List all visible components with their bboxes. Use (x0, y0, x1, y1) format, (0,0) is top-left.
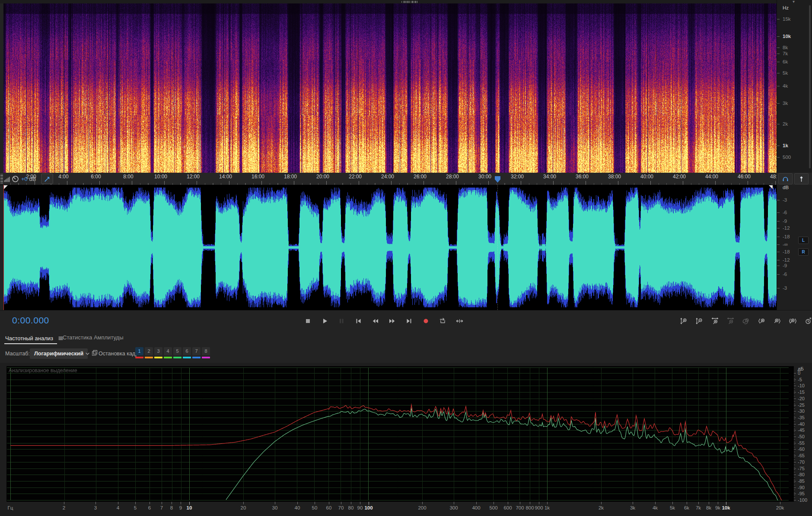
timeline-label: 16:00 (246, 174, 270, 180)
decibel-axis-label: -5 (798, 377, 802, 382)
scrub-button[interactable] (453, 314, 465, 328)
decibel-axis-tick (794, 456, 796, 456)
vertical-zoom-scrollbar[interactable] (809, 5, 811, 168)
decibel-axis-tick (794, 380, 796, 380)
channel-button-r[interactable]: R (798, 248, 809, 256)
hold-button-6[interactable]: 6 (183, 347, 191, 358)
frequency-axis-tick (329, 502, 329, 504)
amplitude-unit-label: dB (783, 185, 789, 190)
skip-start-button[interactable] (352, 314, 364, 328)
frequency-analysis-panel: Анализированое выделение Гц2345678910203… (0, 363, 812, 516)
pin-playhead-button[interactable] (41, 174, 53, 184)
frequency-axis-tick (520, 502, 520, 504)
frequency-tick (777, 47, 780, 48)
amplitude-tick (777, 274, 780, 275)
hold-button-8[interactable]: 8 (202, 347, 210, 358)
frequency-axis-tick (360, 502, 360, 504)
amplitude-tick (777, 200, 780, 200)
zoom-out-vertical-button[interactable] (693, 314, 705, 328)
zoom-selection-button[interactable] (787, 314, 799, 328)
record-button[interactable] (420, 314, 432, 328)
channel-button-l[interactable]: L (798, 237, 809, 244)
audio-editor-window: ▾ Hz 15k10k8k7k6k5k4k3k2k1k500 2:004:006… (0, 0, 812, 516)
analysis-controls: Масштаб: Логарифмический Остановка кадра… (0, 345, 812, 363)
amplitude-tick-label: -3 (783, 197, 787, 203)
zoom-in-vertical-button[interactable] (678, 314, 690, 328)
amplitude-tick (777, 252, 780, 252)
skip-end-button[interactable] (403, 314, 415, 328)
frequency-axis-tick (297, 502, 298, 504)
amplitude-tick (777, 221, 780, 222)
time-display[interactable]: 0:00.000 (12, 315, 49, 326)
amplitude-ruler[interactable]: dB -3-6-9-12-18-∞-18-12-9-6-3LR (777, 185, 812, 310)
monitor-button[interactable] (778, 173, 793, 184)
hold-button-5[interactable]: 5 (173, 347, 182, 358)
amplitude-tick-label: -9 (783, 263, 787, 268)
frequency-axis-tick (709, 502, 709, 504)
frequency-axis-tick (780, 502, 780, 504)
hold-button-1[interactable]: 1 (135, 347, 143, 358)
hold-button-2[interactable]: 2 (145, 347, 153, 358)
decibel-axis-tick (794, 488, 796, 488)
zoom-out-horizontal-button[interactable] (724, 314, 736, 328)
frequency-axis-label: 300 (444, 505, 463, 510)
decibel-axis-tick (794, 462, 796, 462)
top-scrollbar[interactable] (0, 0, 812, 3)
loop-button[interactable] (436, 314, 449, 328)
zoom-in-right-button[interactable] (771, 314, 783, 328)
hold-button-3[interactable]: 3 (154, 347, 162, 358)
decibel-axis-tick (794, 386, 796, 386)
frequency-axis-tick (508, 502, 508, 504)
frequency-axis: Гц23456789102030405060708090100200300400… (0, 502, 794, 516)
hold-button-4[interactable]: 4 (164, 347, 172, 358)
decibel-axis-label: -25 (798, 402, 805, 408)
pin-arrow-icon (43, 175, 51, 183)
decibel-axis-tick (794, 418, 796, 418)
tab-amplitude-statistics[interactable]: Статистика Амплитуды (63, 334, 123, 341)
selection-handle-right[interactable] (769, 185, 773, 189)
scrollbar-grip[interactable] (401, 1, 419, 3)
zoom-in-left-button[interactable] (755, 314, 767, 328)
timeline-labels: 2:004:006:008:0010:0012:0014:0016:0018:0… (3, 173, 777, 185)
spectrogram-canvas[interactable] (3, 3, 777, 173)
pause-button[interactable] (335, 314, 347, 328)
fast-forward-button[interactable] (386, 314, 398, 328)
copy-snapshot-button[interactable] (91, 349, 99, 357)
decibel-axis-label: -85 (798, 478, 805, 484)
scale-dropdown[interactable]: Логарифмический (29, 348, 88, 359)
timeline-label: 28:00 (440, 174, 465, 180)
frequency-tick-label: 1k (783, 143, 788, 148)
decibel-axis-tick (794, 392, 796, 393)
marker-button[interactable] (794, 173, 809, 184)
frequency-analysis-plot[interactable] (6, 366, 794, 502)
timeline-label: 24:00 (376, 174, 400, 180)
decibel-axis-tick (794, 430, 796, 431)
frequency-tick (777, 73, 780, 73)
zoom-reset-button[interactable] (740, 314, 752, 328)
hold-color-bar (135, 357, 143, 358)
tab-frequency-analysis[interactable]: Частотный анализ (5, 334, 65, 342)
frequency-tick-label: 2k (783, 121, 788, 127)
selection-handle-left[interactable] (4, 185, 8, 189)
waveform-canvas[interactable] (3, 185, 777, 310)
frequency-tick (777, 62, 780, 62)
frequency-axis-tick (687, 502, 687, 504)
stop-button[interactable] (302, 314, 314, 328)
zoom-in-horizontal-button[interactable] (709, 314, 721, 328)
frequency-tick (777, 146, 780, 146)
gain-knob-icon[interactable] (11, 175, 19, 183)
rewind-button[interactable] (369, 314, 381, 328)
frequency-tick-label: 3k (783, 101, 788, 106)
play-button[interactable] (318, 314, 331, 328)
decibel-axis-label: -45 (798, 427, 805, 433)
gain-value[interactable]: +0 dB (21, 176, 36, 182)
headphones-icon (781, 175, 790, 183)
level-meter-icon[interactable] (3, 175, 11, 183)
hold-button-7[interactable]: 7 (192, 347, 201, 358)
amplitude-tick (777, 237, 780, 237)
zoom-timer-button[interactable] (802, 314, 812, 328)
transport-bar: 0:00.000 (0, 310, 812, 332)
timeline-ruler[interactable]: 2:004:006:008:0010:0012:0014:0016:0018:0… (0, 173, 812, 185)
spectrogram-frequency-ruler[interactable]: ▾ Hz 15k10k8k7k6k5k4k3k2k1k500 (777, 0, 812, 173)
frequency-axis-label: 3k (623, 505, 642, 510)
